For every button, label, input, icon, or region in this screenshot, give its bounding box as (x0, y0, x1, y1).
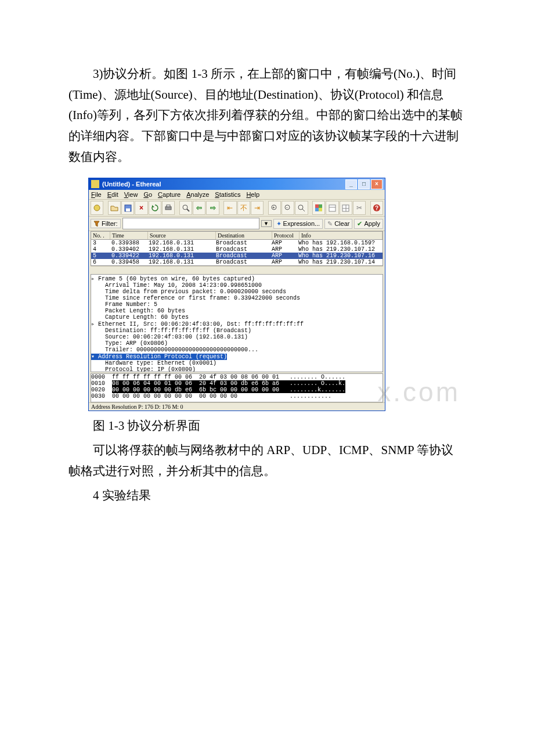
wrench-icon[interactable]: ✂ (353, 201, 366, 215)
clear-label: Clear (334, 220, 349, 227)
svg-point-5 (183, 205, 187, 210)
zoom-out-icon[interactable]: - (282, 201, 294, 215)
toolbar-btn-1[interactable] (91, 201, 103, 215)
figure-caption: 图 1-3 协议分析界面 (68, 416, 466, 437)
svg-rect-16 (319, 208, 322, 211)
ethereal-window: (Untitled) - Ethereal _ □ × File Edit Vi… (88, 178, 385, 411)
app-icon (91, 180, 99, 188)
svg-rect-14 (319, 204, 322, 208)
svg-text:-: - (286, 204, 288, 210)
open-icon[interactable] (108, 201, 121, 215)
clear-button[interactable]: ✎Clear (324, 219, 352, 229)
help-icon[interactable]: ? (370, 201, 383, 215)
window-title: (Untitled) - Ethereal (102, 181, 161, 188)
status-bar: Address Resolution P: 176 D: 176 M: 0 (89, 402, 385, 411)
filter-bar: Filter: ▼ ✦Expression... ✎Clear ✔Apply (89, 217, 385, 231)
goto-last-icon[interactable]: ⇥ (251, 201, 264, 215)
titlebar[interactable]: (Untitled) - Ethereal _ □ × (89, 178, 385, 190)
tree-icon[interactable] (340, 201, 352, 215)
apply-label: Apply (364, 220, 380, 227)
goto-first-icon[interactable]: ⇤ (223, 201, 236, 215)
heading-4: 4 实验结果 (68, 485, 466, 506)
paragraph-3: 3)协议分析。如图 1-3 所示，在上部的窗口中，有帧编号(No.)、时间(Ti… (68, 64, 466, 167)
expression-label: Expression... (283, 220, 320, 227)
packet-list-scrollbar[interactable] (91, 266, 383, 273)
menu-help[interactable]: Help (246, 191, 259, 198)
reload-icon[interactable] (149, 201, 161, 215)
menu-file[interactable]: File (91, 191, 102, 198)
toolbar: × ⇦ ⇨ ⇤ 不 ⇥ + - ✂ ? (89, 200, 385, 217)
expression-button[interactable]: ✦Expression... (273, 219, 323, 229)
svg-text:+: + (272, 205, 275, 210)
back-icon[interactable]: ⇦ (193, 201, 205, 215)
table-row[interactable]: 40.339402192.168.0.131BroadcastARPWho ha… (91, 246, 383, 253)
svg-rect-15 (315, 208, 319, 211)
prefs-icon[interactable] (326, 201, 338, 215)
svg-rect-2 (126, 208, 130, 211)
minimize-button[interactable]: _ (345, 179, 357, 189)
svg-rect-13 (315, 204, 319, 208)
watermark: x.com (377, 376, 460, 408)
filter-input[interactable] (122, 218, 259, 229)
goto-icon[interactable]: 不 (237, 201, 250, 215)
color-icon[interactable] (312, 201, 325, 215)
filter-dropdown[interactable]: ▼ (261, 220, 272, 227)
menu-go[interactable]: Go (143, 191, 152, 198)
forward-icon[interactable]: ⇨ (206, 201, 219, 215)
svg-point-0 (94, 205, 100, 211)
hex-pane[interactable]: 0000 ff ff ff ff ff ff 00 06 20 4f 03 00… (91, 373, 383, 402)
svg-rect-4 (167, 205, 170, 207)
detail-text-1: ▹ Frame 5 (60 bytes on wire, 60 bytes ca… (91, 276, 304, 353)
apply-button[interactable]: ✔Apply (354, 219, 383, 229)
col-protocol[interactable]: Protocol (272, 232, 300, 239)
svg-text:?: ? (375, 205, 378, 211)
col-source[interactable]: Source (148, 232, 216, 239)
filter-icon (93, 221, 100, 227)
packet-list[interactable]: No. . Time Source Destination Protocol I… (91, 231, 383, 266)
zoom-in-icon[interactable]: + (268, 201, 281, 215)
svg-line-6 (187, 209, 189, 211)
col-no[interactable]: No. . (91, 232, 110, 239)
menu-edit[interactable]: Edit (107, 191, 118, 198)
paragraph-compare: 可以将俘获的帧与网络教材中的 ARP、UDP、ICMP、SNMP 等协议帧格式进… (68, 440, 466, 481)
menubar: File Edit View Go Capture Analyze Statis… (89, 190, 385, 200)
menu-statistics[interactable]: Statistics (215, 191, 240, 198)
close-file-icon[interactable]: × (135, 201, 147, 215)
col-info[interactable]: Info (300, 232, 383, 239)
table-row[interactable]: 60.339458192.168.0.131BroadcastARPWho ha… (91, 259, 383, 265)
maximize-button[interactable]: □ (358, 179, 370, 189)
zoom-1-icon[interactable] (295, 201, 308, 215)
print-icon[interactable] (162, 201, 175, 215)
packet-detail[interactable]: ▹ Frame 5 (60 bytes on wire, 60 bytes ca… (91, 274, 383, 372)
detail-highlight[interactable]: ▾ Address Resolution Protocol (request) (91, 354, 227, 360)
svg-line-12 (302, 209, 305, 211)
detail-text-2: Hardware type: Ethernet (0x0001) Protoco… (91, 360, 304, 372)
close-button[interactable]: × (371, 179, 383, 189)
table-row[interactable]: 50.339422192.168.0.131BroadcastARPWho ha… (91, 253, 383, 259)
table-row[interactable]: 30.339388192.168.0.131BroadcastARPWho ha… (91, 240, 383, 246)
save-icon[interactable] (121, 201, 134, 215)
svg-rect-17 (329, 205, 335, 211)
filter-button[interactable]: Filter: (91, 219, 121, 228)
filter-label: Filter: (102, 220, 118, 227)
find-icon[interactable] (179, 201, 192, 215)
col-destination[interactable]: Destination (216, 232, 272, 239)
svg-rect-3 (165, 207, 171, 210)
svg-point-11 (298, 205, 303, 210)
menu-analyze[interactable]: Analyze (186, 191, 209, 198)
col-time[interactable]: Time (110, 232, 148, 239)
menu-view[interactable]: View (124, 191, 138, 198)
menu-capture[interactable]: Capture (158, 191, 181, 198)
packet-list-header: No. . Time Source Destination Protocol I… (91, 232, 383, 240)
